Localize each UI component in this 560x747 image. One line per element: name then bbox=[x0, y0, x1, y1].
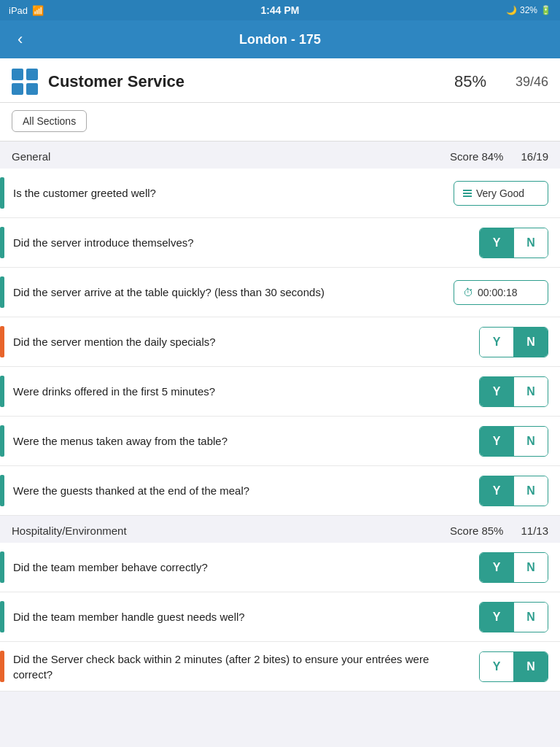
battery-icon: 🔋 bbox=[540, 5, 551, 15]
yn-group-1-2: YN bbox=[479, 651, 548, 682]
n-button-0-1[interactable]: N bbox=[514, 228, 548, 258]
question-row-0-2: Did the server arrive at the table quick… bbox=[0, 268, 560, 317]
nav-title: London - 175 bbox=[239, 32, 321, 47]
question-text-0-0: Is the customer greeted well? bbox=[13, 185, 454, 201]
grid-cell-2 bbox=[26, 69, 38, 80]
status-time: 1:44 PM bbox=[261, 4, 300, 16]
y-button-0-3[interactable]: Y bbox=[480, 328, 513, 357]
n-button-0-6[interactable]: N bbox=[514, 476, 548, 506]
yn-group-0-5: YN bbox=[479, 426, 548, 457]
n-button-0-4[interactable]: N bbox=[514, 377, 548, 406]
answer-area-0-6: YN bbox=[479, 476, 548, 506]
section-meta-0: Score 84% 16/19 bbox=[450, 150, 548, 163]
header-section: Customer Service 85% 39/46 bbox=[0, 58, 560, 103]
section-fraction-0: 16/19 bbox=[521, 150, 548, 163]
question-bar-0-0 bbox=[0, 177, 4, 209]
timer-value-0-2: 00:00:18 bbox=[478, 287, 518, 298]
question-row-1-1: Did the team member handle guest needs w… bbox=[0, 592, 560, 642]
answer-area-0-2: ⏱00:00:18 bbox=[454, 280, 548, 305]
question-bar-0-6 bbox=[0, 475, 4, 506]
yn-group-0-3: YN bbox=[479, 327, 548, 357]
question-bar-0-4 bbox=[0, 376, 4, 407]
answer-area-0-0: Very Good bbox=[454, 181, 548, 206]
status-bar: iPad 📶 1:44 PM 🌙 32% 🔋 bbox=[0, 0, 560, 20]
yn-group-1-0: YN bbox=[479, 552, 548, 583]
wifi-icon: 📶 bbox=[32, 5, 44, 16]
answer-area-0-3: YN bbox=[479, 327, 548, 357]
header-title: Customer Service bbox=[48, 72, 454, 91]
section-meta-1: Score 85% 11/13 bbox=[450, 525, 548, 537]
battery-label: 32% bbox=[520, 5, 537, 15]
content: General Score 84% 16/19 Is the customer … bbox=[0, 142, 560, 692]
section-header-1: Hospitality/Environment Score 85% 11/13 bbox=[0, 516, 560, 543]
grid-cell-4 bbox=[26, 83, 38, 95]
question-text-0-3: Did the server mention the daily special… bbox=[13, 334, 479, 349]
question-text-0-5: Were the menus taken away from the table… bbox=[13, 433, 479, 449]
section-name-0: General bbox=[12, 150, 50, 163]
y-button-1-0[interactable]: Y bbox=[480, 553, 513, 582]
status-ipad-label: iPad bbox=[9, 5, 28, 16]
timer-icon-0-2: ⏱ bbox=[463, 287, 473, 298]
answer-area-0-1: YN bbox=[479, 228, 548, 258]
question-row-0-6: Were the guests thanked at the end of th… bbox=[0, 466, 560, 516]
back-button[interactable]: ‹ bbox=[12, 27, 28, 52]
question-row-0-5: Were the menus taken away from the table… bbox=[0, 417, 560, 466]
question-row-1-0: Did the team member behave correctly?YN bbox=[0, 543, 560, 592]
question-bar-0-5 bbox=[0, 425, 4, 457]
dropdown-answer-0-0[interactable]: Very Good bbox=[454, 181, 548, 206]
question-text-0-2: Did the server arrive at the table quick… bbox=[13, 285, 454, 300]
y-button-0-1[interactable]: Y bbox=[480, 228, 513, 258]
sections-bar: All Sections bbox=[0, 103, 560, 142]
question-text-1-1: Did the team member handle guest needs w… bbox=[13, 609, 479, 624]
header-count: 39/46 bbox=[516, 74, 548, 90]
answer-area-1-0: YN bbox=[479, 552, 548, 583]
moon-icon: 🌙 bbox=[506, 5, 517, 15]
question-text-1-0: Did the team member behave correctly? bbox=[13, 560, 479, 575]
n-button-1-1[interactable]: N bbox=[514, 603, 548, 632]
question-text-1-2: Did the Server check back within 2 minut… bbox=[13, 651, 479, 682]
status-right: 🌙 32% 🔋 bbox=[506, 5, 551, 15]
answer-area-1-2: YN bbox=[479, 651, 548, 682]
question-bar-0-1 bbox=[0, 227, 4, 258]
answer-area-0-4: YN bbox=[479, 376, 548, 407]
section-score-0: Score 84% bbox=[450, 150, 503, 163]
dropdown-value-0-0: Very Good bbox=[476, 187, 524, 199]
question-row-0-4: Were drinks offered in the first 5 minut… bbox=[0, 367, 560, 417]
question-row-0-0: Is the customer greeted well?Very Good bbox=[0, 169, 560, 218]
nav-bar: ‹ London - 175 bbox=[0, 20, 560, 58]
answer-area-0-5: YN bbox=[479, 426, 548, 457]
n-button-0-5[interactable]: N bbox=[514, 427, 548, 456]
question-bar-1-2 bbox=[0, 651, 4, 682]
question-bar-0-3 bbox=[0, 326, 4, 357]
question-row-0-3: Did the server mention the daily special… bbox=[0, 317, 560, 367]
y-button-1-1[interactable]: Y bbox=[480, 603, 513, 632]
y-button-1-2[interactable]: Y bbox=[480, 652, 513, 681]
question-text-0-6: Were the guests thanked at the end of th… bbox=[13, 483, 479, 498]
section-header-0: General Score 84% 16/19 bbox=[0, 142, 560, 169]
answer-area-1-1: YN bbox=[479, 602, 548, 632]
all-sections-button[interactable]: All Sections bbox=[12, 110, 87, 132]
yn-group-1-1: YN bbox=[479, 602, 548, 632]
y-button-0-6[interactable]: Y bbox=[480, 476, 513, 506]
y-button-0-5[interactable]: Y bbox=[480, 427, 513, 456]
section-fraction-1: 11/13 bbox=[521, 525, 548, 537]
status-left: iPad 📶 bbox=[9, 5, 44, 16]
section-name-1: Hospitality/Environment bbox=[12, 525, 127, 537]
grid-cell-1 bbox=[12, 69, 23, 80]
question-text-0-1: Did the server introduce themselves? bbox=[13, 235, 479, 250]
timer-answer-0-2[interactable]: ⏱00:00:18 bbox=[454, 280, 548, 305]
question-bar-1-0 bbox=[0, 551, 4, 583]
grid-cell-3 bbox=[12, 83, 23, 95]
n-button-1-2[interactable]: N bbox=[514, 652, 548, 681]
header-score: 85% bbox=[454, 72, 486, 91]
n-button-0-3[interactable]: N bbox=[514, 328, 548, 357]
question-bar-1-1 bbox=[0, 601, 4, 632]
grid-icon bbox=[12, 69, 38, 95]
question-bar-0-2 bbox=[0, 276, 4, 308]
question-row-0-1: Did the server introduce themselves?YN bbox=[0, 218, 560, 268]
y-button-0-4[interactable]: Y bbox=[480, 377, 513, 406]
question-row-1-2: Did the Server check back within 2 minut… bbox=[0, 642, 560, 692]
yn-group-0-4: YN bbox=[479, 376, 548, 407]
n-button-1-0[interactable]: N bbox=[514, 553, 548, 582]
yn-group-0-6: YN bbox=[479, 476, 548, 506]
